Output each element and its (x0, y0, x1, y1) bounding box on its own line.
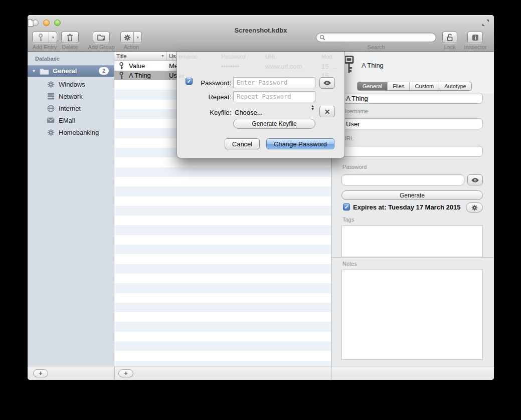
username-field[interactable] (341, 118, 483, 129)
eye-icon (323, 80, 331, 86)
group-sidebar: Database ▼ General 2 Windows Network Int… (28, 52, 114, 366)
url-input[interactable] (342, 146, 482, 156)
expires-text: Expires at: Tuesday 17 March 2015 (353, 203, 460, 211)
column-divider[interactable] (166, 52, 166, 61)
gear-icon (47, 128, 55, 136)
ghost-modified-value: 15 ... (321, 63, 336, 70)
fullscreen-icon[interactable] (482, 19, 489, 27)
generate-label: Generate (400, 192, 425, 199)
key-icon (119, 72, 124, 79)
tags-input[interactable] (342, 226, 482, 257)
tab-general[interactable]: General (358, 82, 388, 90)
cancel-label: Cancel (232, 140, 252, 148)
pane-divider (331, 366, 331, 380)
sidebar-item-windows[interactable]: Windows (28, 78, 114, 90)
expiry-options-button[interactable] (466, 202, 483, 213)
action-button[interactable]: ▼ (120, 32, 142, 43)
expires-checkbox[interactable]: ✓ (343, 203, 350, 211)
trash-icon (67, 34, 73, 42)
lock-button[interactable] (442, 32, 457, 43)
notes-box[interactable] (341, 270, 483, 360)
clear-keyfile-button[interactable]: ✕ (319, 106, 335, 117)
password-input[interactable] (342, 175, 464, 185)
ghost-header-username: ername (179, 54, 197, 60)
change-password-label: Change Password (274, 140, 327, 148)
search-input[interactable] (325, 34, 426, 41)
column-header-username[interactable]: Us (169, 53, 176, 59)
clear-icon: ✕ (324, 108, 330, 116)
action-label: Action (118, 44, 145, 50)
ghost-url-value: www.url.com (265, 63, 302, 70)
add-entry-button[interactable]: ▼ (32, 32, 57, 43)
change-password-button[interactable]: Change Password (266, 138, 334, 149)
tab-files[interactable]: Files (388, 82, 410, 90)
sidebar-item-homebanking[interactable]: Homebanking (28, 126, 114, 138)
group-label: General (53, 67, 77, 75)
sheet-reveal-password-button[interactable] (319, 77, 335, 89)
generate-keyfile-button[interactable]: Generate Keyfile (233, 119, 315, 129)
tab-custom[interactable]: Custom (410, 82, 439, 90)
sidebar-item-label: Homebanking (59, 129, 99, 136)
password-enable-checkbox[interactable]: ✓ (186, 78, 193, 85)
change-password-sheet: ername Password URL Mod •••••••• www.url… (177, 52, 345, 158)
inspector-button[interactable] (467, 32, 483, 43)
reveal-password-button[interactable] (467, 174, 483, 185)
search-field[interactable] (316, 33, 436, 42)
generate-keyfile-label: Generate Keyfile (252, 120, 296, 127)
password-label: Password (342, 164, 367, 170)
chevron-down-icon: ▼ (49, 32, 57, 43)
new-password-input[interactable] (234, 78, 315, 88)
stepper-icons[interactable]: ▲▼ (311, 105, 314, 111)
entry-username: Us (169, 72, 177, 79)
password-field[interactable] (341, 174, 464, 185)
section-divider (331, 257, 494, 258)
key-icon (119, 62, 124, 70)
sidebar-item-label: Windows (59, 81, 85, 88)
server-icon (47, 92, 55, 100)
sidebar-item-general[interactable]: ▼ General 2 (28, 65, 114, 77)
add-group-plus-button[interactable]: + (33, 369, 48, 377)
notes-label: Notes (342, 261, 357, 267)
notes-input[interactable] (342, 270, 482, 359)
tags-box[interactable] (341, 226, 483, 257)
search-label: Search (316, 44, 436, 50)
disclosure-triangle-icon[interactable]: ▼ (32, 69, 37, 74)
inspector-entry-title: A Thing (362, 62, 384, 69)
title-field[interactable] (341, 93, 483, 104)
app-window: Screenshot.kdbx ▼ ▼ Add Entry Delete Add… (28, 15, 494, 380)
sidebar-item-label: EMail (59, 117, 75, 124)
tags-label: Tags (342, 217, 354, 223)
username-input[interactable] (342, 119, 482, 129)
repeat-password-input[interactable] (234, 92, 315, 102)
tab-autotype[interactable]: Autotype (439, 82, 471, 90)
inspector-icon (472, 34, 479, 41)
title-input[interactable] (342, 93, 482, 103)
sidebar-item-internet[interactable]: Internet (28, 102, 114, 114)
delete-label: Delete (59, 44, 81, 50)
ghost-username-value: er (179, 72, 185, 80)
sheet-password-field[interactable] (233, 77, 315, 88)
generate-password-button[interactable]: Generate (341, 190, 483, 200)
sheet-keyfile-label: Keyfile: (194, 109, 231, 116)
delete-button[interactable] (61, 32, 79, 43)
column-header-title[interactable]: Title (116, 53, 126, 59)
bottom-bar: + + (28, 366, 494, 380)
inspector-panel: A Thing General Files Custom Autotype Us… (331, 52, 494, 366)
keyfile-popup-button[interactable]: Choose... (235, 109, 263, 116)
ghost-header-url: URL (265, 54, 276, 60)
titlebar-toolbar: Screenshot.kdbx ▼ ▼ Add Entry Delete Add… (28, 15, 494, 52)
sidebar-item-network[interactable]: Network (28, 90, 114, 102)
cancel-button[interactable]: Cancel (225, 138, 260, 149)
eye-icon (471, 177, 479, 183)
entry-title: A Thing (129, 72, 151, 79)
add-group-label: Add Group (85, 44, 118, 50)
database-section-header: Database (35, 56, 60, 62)
add-group-button[interactable] (93, 32, 110, 43)
url-field[interactable] (341, 146, 483, 157)
ghost-password-dots: •••••••• (221, 63, 239, 70)
add-entry-plus-button[interactable]: + (118, 369, 133, 377)
folder-icon (40, 68, 49, 75)
sidebar-item-email[interactable]: EMail (28, 114, 114, 126)
sheet-repeat-field[interactable] (233, 91, 315, 102)
window-title: Screenshot.kdbx (235, 27, 287, 34)
